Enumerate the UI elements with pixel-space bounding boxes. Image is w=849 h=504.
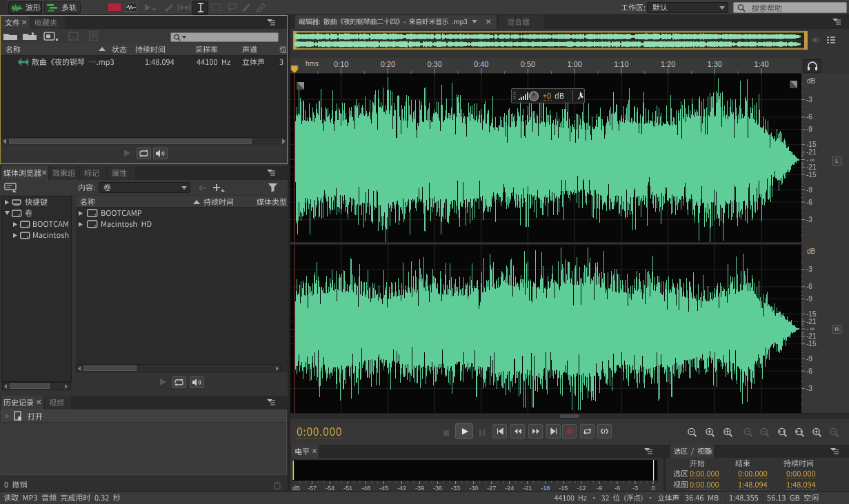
svg-text:-15: -15 xyxy=(806,171,817,179)
svg-text:0:50: 0:50 xyxy=(521,60,535,68)
svg-text:1:20: 1:20 xyxy=(661,60,675,68)
svg-text:0:10: 0:10 xyxy=(334,60,348,68)
svg-text:-9: -9 xyxy=(806,295,812,303)
svg-text:0:20: 0:20 xyxy=(381,60,395,68)
svg-text:-15: -15 xyxy=(806,141,817,148)
svg-text:0:40: 0:40 xyxy=(474,60,488,68)
svg-text:-3: -3 xyxy=(806,96,812,103)
svg-text:0:30: 0:30 xyxy=(427,60,441,68)
svg-text:- ∞: - ∞ xyxy=(806,157,815,163)
svg-text:-6: -6 xyxy=(806,367,812,375)
svg-text:-6: -6 xyxy=(806,113,812,121)
svg-text:-9: -9 xyxy=(806,355,812,363)
svg-text:-21: -21 xyxy=(806,163,817,171)
svg-text:dB: dB xyxy=(807,248,816,255)
svg-text:- ∞: - ∞ xyxy=(806,325,815,332)
svg-text:1:30: 1:30 xyxy=(708,60,722,68)
svg-text:-9: -9 xyxy=(806,186,812,194)
svg-text:hms: hms xyxy=(306,60,319,68)
svg-text:-6: -6 xyxy=(806,283,812,290)
svg-text:-21: -21 xyxy=(806,332,817,340)
svg-text:-9: -9 xyxy=(806,125,812,133)
svg-text:-3: -3 xyxy=(806,265,812,273)
svg-text:dB: dB xyxy=(807,77,816,85)
svg-text:1:00: 1:00 xyxy=(567,60,581,68)
svg-text:-21: -21 xyxy=(806,318,817,325)
svg-text:1:10: 1:10 xyxy=(614,60,628,68)
svg-text:-15: -15 xyxy=(806,340,817,347)
svg-text:-21: -21 xyxy=(806,148,817,156)
svg-text:1:40: 1:40 xyxy=(754,60,768,68)
svg-text:-15: -15 xyxy=(806,310,817,318)
svg-text:-3: -3 xyxy=(806,385,812,392)
svg-text:-6: -6 xyxy=(806,199,812,206)
svg-text:-3: -3 xyxy=(806,216,812,223)
